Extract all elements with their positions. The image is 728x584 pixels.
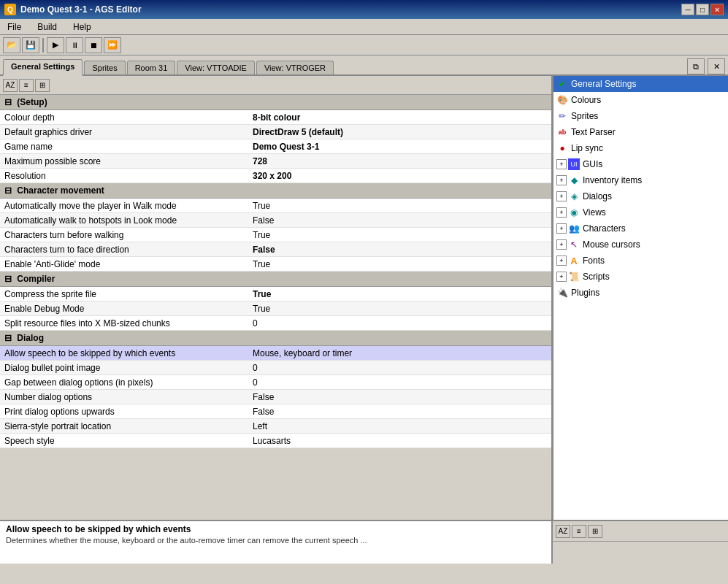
- prop-label: Dialog bullet point image: [0, 361, 248, 375]
- minimize-button[interactable]: ─: [681, 4, 694, 15]
- expand-fonts[interactable]: +: [556, 256, 567, 266]
- property-grid[interactable]: ⊟ (Setup) Colour depth 8-bit colour Defa…: [0, 95, 551, 520]
- tab-view-vtroger[interactable]: View: VTROGER: [256, 61, 334, 74]
- section-expand-compiler[interactable]: ⊟: [4, 274, 12, 284]
- prop-value[interactable]: Lucasarts: [248, 434, 551, 448]
- tab-sprites[interactable]: Sprites: [84, 61, 125, 74]
- table-row: Print dialog options upwards False: [0, 404, 551, 419]
- section-label-setup: (Setup): [17, 97, 47, 107]
- views-icon: ◉: [568, 207, 580, 218]
- save-button[interactable]: 💾: [22, 37, 39, 53]
- expand-mouse[interactable]: +: [556, 239, 567, 250]
- section-dialog: ⊟ Dialog: [0, 331, 551, 346]
- prop-label: Allow speech to be skipped by which even…: [0, 346, 248, 361]
- prop-value[interactable]: False: [248, 213, 551, 228]
- window-controls: ─ □ ✕: [681, 4, 724, 15]
- tree-item-sprites[interactable]: ✏ Sprites: [553, 108, 728, 124]
- tree-item-colours[interactable]: 🎨 Colours: [553, 92, 728, 108]
- colours-icon: 🎨: [556, 94, 568, 106]
- tree-item-dialogs[interactable]: + ◈ Dialogs: [553, 188, 728, 204]
- prop-label: Print dialog options upwards: [0, 404, 248, 419]
- prop-value[interactable]: True: [248, 287, 551, 301]
- bottom-right-panel: AZ ≡ ⊞: [553, 521, 728, 564]
- pause-button[interactable]: ⏸: [66, 37, 83, 53]
- prop-value[interactable]: 0: [248, 316, 551, 331]
- tree-item-inventory-items[interactable]: + ◆ Inventory items: [553, 172, 728, 188]
- prop-value[interactable]: True: [248, 228, 551, 242]
- menu-file[interactable]: File: [3, 20, 26, 34]
- menu-help[interactable]: Help: [69, 20, 96, 34]
- maximize-button[interactable]: □: [696, 4, 709, 15]
- prop-value[interactable]: 320 x 200: [248, 169, 551, 183]
- expand-guis[interactable]: +: [556, 159, 567, 169]
- mouse-icon: ↖: [568, 239, 580, 250]
- tree-item-characters[interactable]: + 👥 Characters: [553, 220, 728, 237]
- table-row: Split resource files into X MB-sized chu…: [0, 316, 551, 331]
- tree-item-plugins[interactable]: 🔌 Plugins: [553, 285, 728, 301]
- table-row: Compress the sprite file True: [0, 287, 551, 301]
- sprites-icon: ✏: [556, 110, 568, 122]
- table-row: Game name Demo Quest 3-1: [0, 139, 551, 154]
- expand-inventory[interactable]: +: [556, 175, 567, 185]
- stop-button[interactable]: ⏹: [85, 37, 102, 53]
- tree-item-guis[interactable]: + UI GUIs: [553, 156, 728, 172]
- prop-value[interactable]: 0: [248, 375, 551, 390]
- props-button[interactable]: ⊞: [35, 79, 50, 92]
- step-button[interactable]: ⏩: [104, 37, 121, 53]
- sort-alpha-button[interactable]: AZ: [3, 79, 18, 92]
- prop-value[interactable]: True: [248, 199, 551, 213]
- section-expand-char[interactable]: ⊟: [4, 185, 12, 196]
- tree-item-views[interactable]: + ◉ Views: [553, 204, 728, 220]
- tree-label: Scripts: [583, 272, 610, 282]
- menu-build[interactable]: Build: [33, 20, 61, 34]
- prop-value[interactable]: 8-bit colour: [248, 110, 551, 125]
- tab-view-vttoadie[interactable]: View: VTTOADIE: [177, 61, 255, 74]
- section-label-compiler: Compiler: [17, 274, 55, 284]
- tree-item-fonts[interactable]: + A Fonts: [553, 253, 728, 269]
- prop-value[interactable]: Left: [248, 419, 551, 434]
- section-expand-dialog[interactable]: ⊟: [4, 333, 12, 343]
- prop-label: Default graphics driver: [0, 125, 248, 139]
- inventory-icon: ◆: [568, 174, 580, 186]
- prop-value[interactable]: False: [248, 242, 551, 257]
- prop-value[interactable]: True: [248, 301, 551, 316]
- main-area: AZ ≡ ⊞ ⊟ (Setup) Colour depth 8-bit colo…: [0, 76, 728, 520]
- prop-value[interactable]: False: [248, 404, 551, 419]
- expand-views[interactable]: +: [556, 207, 567, 218]
- prop-value[interactable]: 0: [248, 361, 551, 375]
- text-parser-icon: ab: [556, 126, 568, 138]
- tab-room31[interactable]: Room 31: [127, 61, 176, 74]
- prop-label: Enable Debug Mode: [0, 301, 248, 316]
- run-button[interactable]: ▶: [47, 37, 64, 53]
- open-button[interactable]: 📂: [3, 37, 20, 53]
- tree-item-scripts[interactable]: + 📜 Scripts: [553, 269, 728, 285]
- prop-value[interactable]: True: [248, 257, 551, 272]
- expand-characters[interactable]: +: [556, 223, 567, 234]
- prop-value[interactable]: Mouse, keyboard or timer: [248, 346, 551, 361]
- prop-table: ⊟ (Setup) Colour depth 8-bit colour Defa…: [0, 95, 551, 448]
- tab-close-button[interactable]: ✕: [708, 58, 725, 74]
- close-button[interactable]: ✕: [710, 4, 724, 15]
- table-row: Automatically walk to hotspots in Look m…: [0, 213, 551, 228]
- prop-value[interactable]: False: [248, 390, 551, 404]
- tree-item-lip-sync[interactable]: ● Lip sync: [553, 140, 728, 156]
- tree-item-text-parser[interactable]: ab Text Parser: [553, 124, 728, 140]
- tree-item-mouse-cursors[interactable]: + ↖ Mouse cursors: [553, 237, 728, 253]
- prop-value[interactable]: 728: [248, 154, 551, 169]
- table-row: Enable 'Anti-Glide' mode True: [0, 257, 551, 272]
- expand-dialogs[interactable]: +: [556, 191, 567, 201]
- tab-duplicate-button[interactable]: ⧉: [687, 58, 705, 74]
- bottom-sort-alpha[interactable]: AZ: [556, 525, 570, 538]
- table-row: Gap between dialog options (in pixels) 0: [0, 375, 551, 390]
- prop-value[interactable]: Demo Quest 3-1: [248, 139, 551, 154]
- bottom-sort-cat[interactable]: ≡: [572, 525, 586, 538]
- table-row: Enable Debug Mode True: [0, 301, 551, 316]
- bottom-props[interactable]: ⊞: [588, 525, 602, 538]
- section-expand-setup[interactable]: ⊟: [4, 97, 12, 107]
- expand-scripts[interactable]: +: [556, 272, 567, 282]
- tree-item-general-settings[interactable]: ✔ General Settings: [553, 76, 728, 92]
- tab-general-settings[interactable]: General Settings: [3, 59, 83, 76]
- prop-value[interactable]: DirectDraw 5 (default): [248, 125, 551, 139]
- sort-cat-button[interactable]: ≡: [19, 79, 34, 92]
- tree-view[interactable]: ✔ General Settings 🎨 Colours ✏ Sprites a…: [553, 76, 728, 520]
